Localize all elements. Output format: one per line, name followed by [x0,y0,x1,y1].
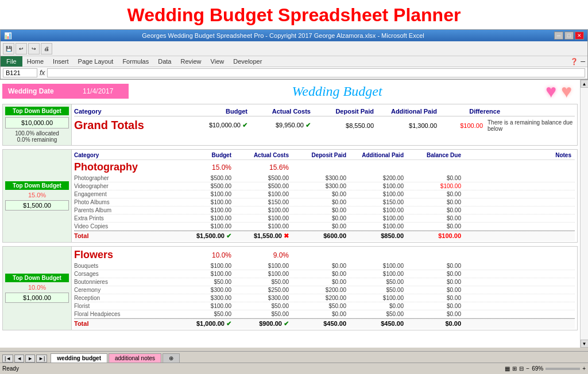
flowers-section: Top Down Budget 10.0% $1,000.00 Flowers … [2,246,578,330]
scroll-down-arrow[interactable]: ▼ [581,340,589,348]
tab-additional-notes[interactable]: additional notes [109,353,161,363]
flowers-name-row: Flowers 10.0% 9.0% [74,248,575,262]
restore-button[interactable]: □ [564,32,574,40]
normal-view-icon[interactable]: ▦ [505,365,510,372]
hearts: ♥ ♥ [546,82,578,100]
app-title: Wedding Budget Spreadsheet Planner [0,0,588,29]
table-row: Reception $300.00 $300.00 $200.00 $100.0… [74,294,575,302]
tab-add-sheet[interactable]: ⊕ [163,353,180,363]
tab-nav-next[interactable]: ► [25,354,35,363]
photo-budget-pct: 15.0% [177,163,235,172]
top-down-budget-label: Top Down Budget [5,107,69,115]
status-bar: Ready ▦ ⊞ ⊟ − 69% + [0,363,588,374]
grand-totals-label: Grand Totals [74,119,189,132]
table-row: Ceremony $300.00 $250.00 $200.00 $50.00 … [74,286,575,294]
page-layout-icon[interactable]: ⊞ [512,365,517,372]
menu-developer[interactable]: Developer [229,56,266,67]
formula-bar: fx [1,67,587,79]
page-break-icon[interactable]: ⊟ [519,365,524,372]
photography-total-row: Total $1,500.00 ✔ $1,550.00 ✖ $600.00 $8… [74,231,575,241]
table-row: Corsages $100.00 $100.00 $0.00 $100.00 $… [74,270,575,278]
grand-totals-section: Top Down Budget $10,000.00 100.0% alloca… [2,104,578,146]
undo-button[interactable]: ↩ [16,43,27,54]
table-row: Florist $100.00 $50.00 $50.00 $0.00 $0.0… [74,302,575,310]
flowers-total-row: Total $1,000.00 ✔ $900.00 ✔ $450.00 $450… [74,318,575,329]
table-row: Extra Prints $100.00 $100.00 $0.00 $100.… [74,215,575,223]
minimize-ribbon[interactable]: ─ [581,58,585,65]
photo-col-notes: Notes [465,152,575,158]
tab-bar: |◄ ◄ ► ►| wedding budget additional note… [0,351,588,363]
wedding-date-label: Wedding Date [2,84,77,99]
col-header-deposit: Deposit Paid [315,108,378,115]
photo-actual-pct: 15.6% [235,163,292,172]
zoom-slider[interactable] [546,368,580,370]
wedding-date-value: 11/4/2017 [77,84,129,99]
close-button[interactable]: ✕ [575,32,584,40]
col-header-budget: Budget [189,108,252,115]
heart-icon-1: ♥ [546,82,556,100]
grand-totals-headers: Category Budget Actual Costs Deposit Pai… [74,107,575,116]
menu-page-layout[interactable]: Page Layout [74,56,118,67]
menu-insert[interactable]: Insert [48,56,74,67]
flowers-sidebar-pct: 10.0% [28,284,46,291]
table-row: Boutonnieres $50.00 $50.00 $0.00 $50.00 … [74,278,575,286]
photo-col-deposit: Deposit Paid [292,152,350,158]
flowers-content: Flowers 10.0% 9.0% Bouquets $100.00 $100… [72,247,577,330]
photo-col-balance: Balance Due [407,152,465,158]
photo-col-additional: Additional Paid [350,152,407,158]
photo-sidebar-pct: 15.0% [28,192,46,198]
table-row: Video Copies $100.00 $100.00 $0.00 $100.… [74,223,575,231]
help-icon[interactable]: ❓ [570,58,578,65]
wb-header: Wedding Date 11/4/2017 Wedding Budget ♥ … [2,82,578,100]
window-title: Georges Wedding Budget Spreadsheet Pro -… [142,32,424,39]
menu-file[interactable]: File [1,56,22,67]
grand-budget-val: $10,000.00 ✔ [189,122,252,129]
photography-sidebar: Top Down Budget 15.0% $1,500.00 [3,150,72,242]
zoom-out-icon[interactable]: − [526,365,529,372]
title-bar: 📊 Georges Wedding Budget Spreadsheet Pro… [1,30,587,41]
heart-icon-2: ♥ [561,82,572,100]
menu-view[interactable]: View [206,56,229,67]
print-button[interactable]: 🖨 [41,43,52,54]
grand-budget-amount: $10,000.00 [5,117,69,128]
menu-formulas[interactable]: Formulas [118,56,153,67]
vertical-scrollbar[interactable]: ▲ ▼ [580,80,588,348]
photography-content: Category Budget Actual Costs Deposit Pai… [72,150,577,242]
col-header-additional: Additional Paid [378,108,442,115]
tab-nav-first[interactable]: |◄ [2,354,13,363]
tab-wedding-budget[interactable]: wedding budget [51,353,107,363]
grand-totals-sidebar: Top Down Budget $10,000.00 100.0% alloca… [3,104,72,145]
grand-deposit-val: $8,550.00 [315,122,378,129]
photo-col-category: Category [74,152,177,158]
minimize-button[interactable]: ─ [554,32,563,40]
scroll-up-arrow[interactable]: ▲ [581,80,589,88]
save-button[interactable]: 💾 [3,43,14,54]
table-row: Photographer $500.00 $500.00 $300.00 $20… [74,174,575,182]
scroll-track[interactable] [581,88,589,340]
status-ready: Ready [2,365,19,372]
flowers-budget-pct: 10.0% [177,251,235,259]
menu-bar: File Home Insert Page Layout Formulas Da… [1,56,587,67]
zoom-in-icon[interactable]: + [582,365,586,372]
spreadsheet-area: Wedding Date 11/4/2017 Wedding Budget ♥ … [0,80,588,348]
wedding-budget-title: Wedding Budget [129,84,546,99]
flowers-sidebar-budget: $1,000.00 [5,293,69,303]
table-row: Bouquets $100.00 $100.00 $0.00 $100.00 $… [74,262,575,270]
photo-sidebar-budget: $1,500.00 [5,200,69,211]
grand-totals-content: Category Budget Actual Costs Deposit Pai… [72,104,577,145]
formula-input[interactable] [47,68,585,77]
cell-reference[interactable] [3,68,37,77]
table-row: Engagement $100.00 $100.00 $0.00 $100.00… [74,190,575,198]
menu-home[interactable]: Home [22,56,48,67]
zoom-level: 69% [532,365,543,372]
menu-data[interactable]: Data [153,56,176,67]
photo-sidebar-label: Top Down Budget [5,181,69,190]
remaining-text: 0.0% remaining [17,137,57,143]
menu-review[interactable]: Review [176,56,206,67]
sheet-content: Wedding Date 11/4/2017 Wedding Budget ♥ … [0,80,580,348]
tab-nav-last[interactable]: ►| [36,354,47,363]
table-row: Floral Headpieces $50.00 $50.00 $0.00 $5… [74,310,575,318]
col-header-category: Category [74,108,189,115]
redo-button[interactable]: ↪ [28,43,40,54]
tab-nav-prev[interactable]: ◄ [14,354,24,363]
